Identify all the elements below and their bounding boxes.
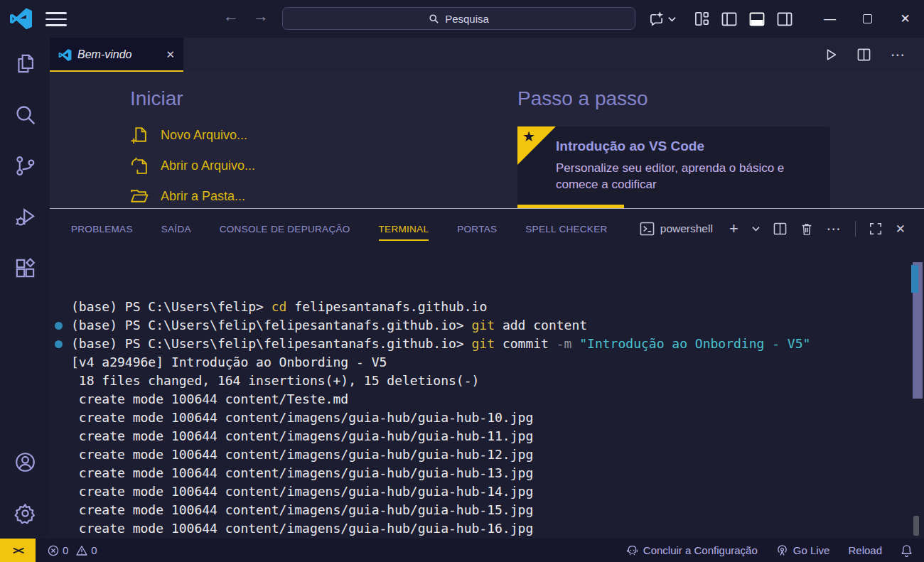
remote-indicator[interactable]: >< xyxy=(0,539,36,562)
close-window-button[interactable]: ✕ xyxy=(886,0,924,38)
welcome-page: Iniciar Novo Arquivo... Abrir o Arquivo.… xyxy=(50,72,924,208)
tab-label: Bem-vindo xyxy=(77,48,160,61)
terminal-lines: (base) PS C:\Users\felip> cd felipesanta… xyxy=(71,298,924,539)
tab-bem-vindo[interactable]: Bem-vindo ✕ xyxy=(50,38,183,72)
run-file-icon[interactable] xyxy=(824,48,837,61)
terminal-line: create mode 100644 content/Teste.md xyxy=(71,390,924,409)
terminal-line: create mode 100644 content/imagens/guia-… xyxy=(71,427,924,445)
search-placeholder: Pesquisa xyxy=(445,13,489,25)
editor-more-actions-icon[interactable]: ⋯ xyxy=(891,46,906,63)
terminal-scrollbar-secondary-thumb[interactable] xyxy=(913,516,919,536)
command-decoration-dot[interactable] xyxy=(55,340,63,348)
walkthrough-section-title: Passo a passo xyxy=(517,87,648,110)
account-icon xyxy=(14,451,36,473)
start-links: Novo Arquivo... Abrir o Arquivo... Abrir… xyxy=(130,126,255,206)
new-file-link[interactable]: Novo Arquivo... xyxy=(130,126,255,145)
search-icon xyxy=(429,13,439,24)
terminal-line: create mode 100644 content/imagens/guia-… xyxy=(71,519,924,538)
kill-terminal-trash-icon[interactable] xyxy=(800,222,813,236)
tab-saida[interactable]: SAÍDA xyxy=(161,224,191,234)
command-decoration-dot[interactable] xyxy=(55,322,63,330)
minimize-button[interactable]: — xyxy=(811,0,849,38)
maximize-icon xyxy=(863,14,872,23)
tab-spell-checker[interactable]: SPELL CHECKER xyxy=(525,224,607,234)
new-terminal-icon[interactable]: + xyxy=(729,220,738,238)
terminal-scrollbar-command-mark xyxy=(911,265,918,293)
start-link-label: Abrir o Arquivo... xyxy=(161,158,255,173)
broadcast-icon xyxy=(776,544,788,556)
sidebar-item-source-control[interactable] xyxy=(0,140,50,191)
error-icon xyxy=(48,545,59,556)
sidebar-item-account[interactable] xyxy=(0,436,50,487)
status-bar: >< 0 0 Concluir a Configuração xyxy=(0,539,924,562)
copilot-menu-button[interactable] xyxy=(648,11,676,27)
open-file-link[interactable]: Abrir o Arquivo... xyxy=(130,156,255,175)
start-section-title: Iniciar xyxy=(130,87,255,110)
terminal-line: 18 files changed, 164 insertions(+), 15 … xyxy=(71,372,924,390)
close-panel-icon[interactable]: ✕ xyxy=(896,222,906,237)
walkthrough-progress-track xyxy=(517,205,830,208)
shell-selector[interactable]: powershell xyxy=(640,222,713,236)
extensions-icon xyxy=(14,257,36,279)
shell-label: powershell xyxy=(660,222,713,235)
tab-close-icon[interactable]: ✕ xyxy=(166,48,175,61)
walkthrough-card-description: Personalize seu editor, aprenda o básico… xyxy=(556,160,816,193)
terminal-output[interactable]: (base) PS C:\Users\felip> cd felipesanta… xyxy=(50,249,924,539)
terminal-dropdown-chevron-icon[interactable] xyxy=(752,226,760,232)
tab-problemas[interactable]: PROBLEMAS xyxy=(71,224,133,234)
back-arrow-icon[interactable]: ← xyxy=(220,7,242,26)
start-link-label: Abrir a Pasta... xyxy=(161,189,245,204)
menu-hamburger-icon[interactable] xyxy=(45,12,67,26)
vscode-file-icon xyxy=(58,48,72,62)
tab-terminal[interactable]: TERMINAL xyxy=(379,224,429,234)
walkthrough-card-title: Introdução ao VS Code xyxy=(556,139,816,154)
split-terminal-icon[interactable] xyxy=(773,222,787,235)
warning-icon xyxy=(76,545,87,556)
reload-button[interactable]: Reload xyxy=(848,544,882,556)
gear-icon xyxy=(14,502,36,524)
panel-actions-divider xyxy=(855,221,856,237)
walkthrough-progress-bar xyxy=(517,205,624,208)
copilot-icon xyxy=(648,11,665,27)
terminal-line: create mode 100644 content/imagens/guia-… xyxy=(71,464,924,482)
split-editor-icon[interactable] xyxy=(857,48,871,61)
customize-layout-icon[interactable] xyxy=(694,11,709,26)
tab-portas[interactable]: PORTAS xyxy=(457,224,497,234)
toggle-secondary-sidebar-icon[interactable] xyxy=(777,12,793,26)
sidebar-item-search[interactable] xyxy=(0,89,50,140)
finish-setup-button[interactable]: Concluir a Configuração xyxy=(626,544,758,556)
chevron-down-icon xyxy=(668,16,676,22)
sidebar-item-explorer[interactable] xyxy=(0,38,50,89)
maximize-button[interactable] xyxy=(849,0,886,38)
new-file-icon xyxy=(130,126,149,145)
walkthrough-card[interactable]: ★ Introdução ao VS Code Personalize seu … xyxy=(517,126,830,208)
start-link-label: Novo Arquivo... xyxy=(161,128,247,143)
problems-status[interactable]: 0 0 xyxy=(48,544,102,556)
forward-arrow-icon[interactable]: → xyxy=(250,7,272,26)
warning-count: 0 xyxy=(91,544,97,556)
panel-more-actions-icon[interactable]: ⋯ xyxy=(827,220,842,237)
terminal-line: (base) PS C:\Users\felip\felipesantanafs… xyxy=(71,316,924,335)
open-file-icon xyxy=(130,156,149,175)
toggle-primary-sidebar-icon[interactable] xyxy=(721,12,737,26)
star-icon: ★ xyxy=(522,128,535,145)
sidebar-item-run-debug[interactable] xyxy=(0,191,50,242)
terminal-icon xyxy=(640,222,655,236)
terminal-line: (base) PS C:\Users\felip> cd felipesanta… xyxy=(71,298,924,316)
tab-console-depuracao[interactable]: CONSOLE DE DEPURAÇÃO xyxy=(220,224,350,234)
sidebar-item-settings[interactable] xyxy=(0,487,50,539)
maximize-panel-icon[interactable] xyxy=(869,222,882,235)
terminal-line: (base) PS C:\Users\felip\felipesantanafs… xyxy=(71,335,924,353)
notifications-bell-icon[interactable] xyxy=(901,544,913,557)
terminal-line: create mode 100644 content/imagens/guia-… xyxy=(71,482,924,501)
go-live-label: Go Live xyxy=(793,544,830,556)
open-folder-icon xyxy=(130,187,149,206)
open-folder-link[interactable]: Abrir a Pasta... xyxy=(130,187,255,206)
terminal-line: create mode 100644 content/imagens/guia-… xyxy=(71,409,924,427)
go-live-button[interactable]: Go Live xyxy=(776,544,830,556)
editor-tab-bar: Bem-vindo ✕ ⋯ xyxy=(50,38,924,72)
run-debug-icon xyxy=(14,206,36,228)
search-input[interactable]: Pesquisa xyxy=(282,7,635,30)
toggle-panel-icon[interactable] xyxy=(749,12,765,26)
sidebar-item-extensions[interactable] xyxy=(0,242,50,293)
